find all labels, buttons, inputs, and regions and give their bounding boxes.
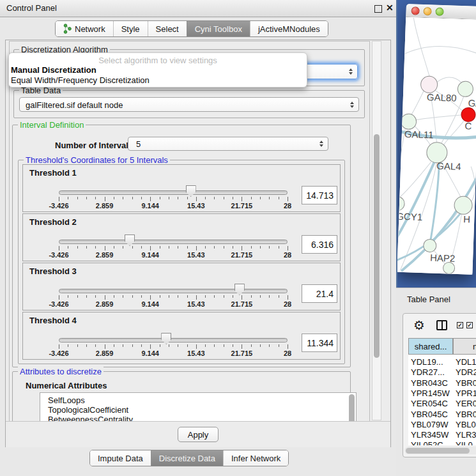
- network-edge[interactable]: [411, 90, 424, 115]
- vertical-scrollbar[interactable]: [372, 41, 381, 420]
- network-edge[interactable]: [437, 77, 463, 84]
- tab-select[interactable]: Select: [148, 21, 187, 36]
- table-row-cell[interactable]: YBR045C: [411, 410, 448, 419]
- network-edge-thick[interactable]: [431, 163, 439, 240]
- network-canvas[interactable]: GAL80GACGAL11GAL4GCY1HHAP2: [397, 17, 476, 275]
- table-row-cell[interactable]: YBR043C: [411, 378, 448, 388]
- popup-item-manual-discretization[interactable]: Manual Discretization: [11, 65, 96, 75]
- network-node[interactable]: [443, 262, 455, 274]
- table-data-combobox[interactable]: galFiltered.sif default node: [19, 97, 359, 112]
- network-node-gal80[interactable]: [420, 76, 438, 93]
- threshold-value-field[interactable]: 11.344: [302, 334, 337, 352]
- combobox-stepper-icon: [319, 141, 323, 147]
- table-row-cell[interactable]: YBR0: [456, 378, 476, 388]
- slider-track[interactable]: [59, 338, 288, 342]
- right-panel: GAL80GACGAL11GAL4GCY1HHAP2 Table Panel ⚙…: [396, 0, 476, 476]
- tab-infer-network[interactable]: Infer Network: [223, 450, 288, 466]
- table-row-cell[interactable]: YER0: [456, 399, 476, 408]
- threshold-value-field[interactable]: 14.713: [302, 186, 337, 204]
- table-row-cell[interactable]: YDL1: [456, 357, 476, 367]
- checkbox-icon[interactable]: ✓: [457, 322, 463, 328]
- slider-track[interactable]: [59, 190, 288, 195]
- threshold-panels: Threshold 1-3.4262.8599.14415.4321.71528…: [19, 160, 344, 364]
- threshold-panel-1: Threshold 1-3.4262.8599.14415.4321.71528…: [22, 164, 341, 212]
- zoom-traffic-light-icon[interactable]: [435, 7, 443, 15]
- network-view-window[interactable]: GAL80GACGAL11GAL4GCY1HHAP2: [397, 4, 476, 275]
- attribute-item[interactable]: SelfLoops: [48, 395, 85, 405]
- table-row-cell[interactable]: YBR0: [456, 410, 476, 419]
- apply-button[interactable]: Apply: [178, 427, 219, 442]
- table-row-cell[interactable]: YLR3: [456, 430, 476, 440]
- threshold-panel-4: Threshold 4-3.4262.8599.14415.4321.71528…: [22, 312, 341, 360]
- column-header-shared[interactable]: shared...: [408, 338, 453, 355]
- tab-label: Select: [156, 24, 179, 34]
- network-node-hap2[interactable]: [423, 239, 436, 252]
- tick-label: 28: [284, 202, 291, 210]
- threshold-value-field[interactable]: 6.316: [302, 235, 337, 254]
- tab-label: Impute Data: [98, 454, 143, 463]
- tab-jactivemnodules[interactable]: jActiveMNodules: [250, 21, 328, 36]
- table-row-cell[interactable]: YIL0: [456, 440, 473, 445]
- tab-label: Network: [75, 24, 105, 34]
- slider-track[interactable]: [59, 240, 288, 244]
- table-row-cell[interactable]: YBL079W: [411, 420, 449, 429]
- tab-network[interactable]: Network: [56, 21, 113, 36]
- horizontal-scrollbar-thumb[interactable]: [406, 448, 470, 454]
- network-node-ga[interactable]: [457, 81, 473, 97]
- tab-impute-data[interactable]: Impute Data: [90, 450, 151, 466]
- threshold-value-field[interactable]: 21.4: [302, 284, 337, 303]
- horizontal-scrollbar[interactable]: [404, 447, 476, 454]
- tab-discretize-data[interactable]: Discretize Data: [151, 450, 223, 466]
- node-label-c: C: [464, 120, 472, 131]
- close-traffic-light-icon[interactable]: [411, 6, 419, 15]
- tick-label: 9.144: [141, 202, 159, 210]
- number-of-intervals-value: 5: [136, 139, 141, 149]
- tick-label: 15.43: [187, 300, 205, 308]
- table-row-cell[interactable]: YIL052C: [411, 440, 443, 445]
- slider-track[interactable]: [59, 289, 288, 293]
- tab-cyni-toolbox[interactable]: Cyni Toolbox: [187, 21, 250, 36]
- checkbox-icon[interactable]: ✓: [466, 322, 473, 328]
- numerical-attributes-label: Numerical Attributes: [26, 381, 107, 390]
- table-row-cell[interactable]: YPR1: [456, 388, 476, 398]
- tick-label: 15.43: [187, 202, 205, 210]
- table-row-cell[interactable]: YDR27...: [411, 367, 445, 377]
- table-panel-title: Table Panel: [407, 295, 450, 304]
- slider-thumb[interactable]: [234, 284, 245, 295]
- minimize-traffic-light-icon[interactable]: [423, 6, 431, 15]
- vertical-scrollbar-thumb[interactable]: [374, 134, 380, 358]
- network-node-gcy1[interactable]: [397, 196, 404, 211]
- slider-thumb[interactable]: [125, 234, 135, 246]
- table-row-cell[interactable]: YDL19...: [411, 357, 443, 367]
- columns-icon[interactable]: [436, 320, 447, 330]
- network-node-h[interactable]: [454, 196, 473, 215]
- tick-label: 21.715: [231, 349, 253, 357]
- slider-thumb[interactable]: [186, 185, 196, 197]
- node-table[interactable]: shared... n YDL19...YDL1YDR27...YDR2YBR0…: [408, 338, 476, 445]
- column-header-name[interactable]: n: [453, 338, 476, 355]
- number-of-intervals-combobox[interactable]: 5: [128, 137, 328, 151]
- list-scrollbar[interactable]: [349, 394, 355, 422]
- table-row-cell[interactable]: YPR145W: [411, 388, 450, 398]
- table-row-cell[interactable]: YER054C: [411, 399, 448, 408]
- table-row-cell[interactable]: YLR345W: [411, 430, 449, 440]
- table-row-cell[interactable]: YBL0: [456, 420, 476, 429]
- slider-thumb[interactable]: [161, 333, 171, 344]
- gear-icon[interactable]: ⚙: [413, 318, 425, 332]
- table-row-cell[interactable]: YDR2: [456, 367, 476, 377]
- tab-style[interactable]: Style: [113, 21, 148, 36]
- slider-ticks: [59, 197, 288, 203]
- network-node-gal11[interactable]: [401, 114, 417, 130]
- tab-label: Infer Network: [231, 454, 280, 463]
- tick-label: -3.426: [49, 202, 68, 210]
- attribute-item[interactable]: TopologicalCoefficient: [48, 405, 128, 415]
- network-edge[interactable]: [401, 45, 476, 58]
- tick-label: 21.715: [231, 251, 253, 259]
- popup-item-equal-width-frequency-discretization[interactable]: Equal Width/Frequency Discretization: [11, 75, 150, 85]
- attributes-group-title: Attributes to discretize: [18, 367, 104, 376]
- float-window-icon[interactable]: [374, 5, 382, 13]
- network-node-c[interactable]: [461, 107, 476, 122]
- numerical-attributes-list[interactable]: SelfLoopsTopologicalCoefficientBetweenne…: [40, 392, 357, 422]
- tick-label: 21.715: [231, 202, 253, 210]
- close-icon[interactable]: ✕: [386, 3, 394, 13]
